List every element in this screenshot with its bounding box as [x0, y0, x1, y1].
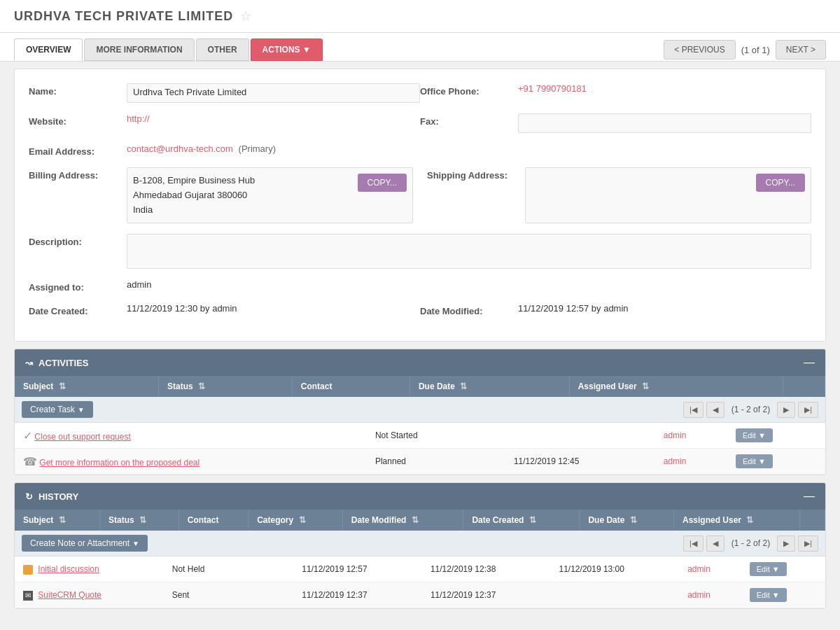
history-col-status[interactable]: Status ⇅	[100, 510, 179, 531]
copy-shipping-button[interactable]: COPY...	[756, 174, 805, 192]
nav-right: < PREVIOUS (1 of 1) NEXT >	[664, 40, 826, 59]
history-col-assigned[interactable]: Assigned User ⇅	[674, 510, 800, 531]
create-task-button[interactable]: Create Task ▼	[22, 401, 93, 418]
history-edit-chevron-icon: ▼	[772, 591, 780, 599]
description-row: Description:	[29, 234, 811, 269]
activity-due-date-cell	[505, 423, 655, 449]
history-category-cell	[267, 582, 294, 608]
history-table: Subject ⇅ Status ⇅ Contact Category ⇅ Da…	[15, 510, 825, 531]
website-link[interactable]: http://	[127, 113, 150, 124]
next-button[interactable]: NEXT >	[776, 40, 826, 59]
phone-col: Office Phone: +91 7990790181	[420, 83, 811, 103]
history-last-page-button[interactable]: ▶|	[798, 536, 818, 552]
activities-rows: ✓ Close out support request Not Started …	[15, 423, 825, 475]
activity-user-link[interactable]: admin	[664, 456, 687, 466]
activity-contact-cell	[475, 423, 505, 449]
email-link[interactable]: contact@urdhva-tech.com	[127, 144, 233, 154]
history-rows: Initial discussion Not Held 11/12/2019 1…	[15, 556, 825, 608]
history-due-date-sort-icon: ⇅	[630, 515, 637, 525]
history-edit-button[interactable]: Edit ▼	[750, 562, 787, 576]
email-row: Email Address: contact@urdhva-tech.com (…	[29, 144, 811, 157]
activity-edit-button[interactable]: Edit ▼	[736, 454, 773, 468]
activities-first-page-button[interactable]: |◀	[683, 402, 704, 418]
description-field[interactable]	[127, 234, 811, 269]
history-page-info: (1 - 2 of 2)	[727, 538, 774, 548]
history-col-date-created[interactable]: Date Created ⇅	[463, 510, 580, 531]
history-col-contact[interactable]: Contact	[178, 510, 248, 531]
activity-status-cell: Not Started	[367, 423, 475, 449]
history-row: ✉ SuiteCRM Quote Sent 11/12/2019 12:37 1…	[15, 582, 825, 608]
history-edit-button[interactable]: Edit ▼	[750, 588, 787, 602]
activities-table: Subject ⇅ Status ⇅ Contact Due Date ⇅ As…	[15, 376, 825, 397]
history-col-subject[interactable]: Subject ⇅	[15, 510, 100, 531]
activity-edit-button[interactable]: Edit ▼	[736, 428, 773, 442]
email-icon: ✉	[23, 591, 33, 601]
activity-contact-cell	[475, 449, 505, 475]
activities-col-assigned[interactable]: Assigned User ⇅	[569, 376, 783, 397]
call-icon: ☎	[23, 456, 37, 468]
history-status-cell: Not Held	[164, 556, 241, 582]
activities-last-page-button[interactable]: ▶|	[798, 402, 818, 418]
history-rows-table: Initial discussion Not Held 11/12/2019 1…	[15, 556, 825, 608]
tab-other[interactable]: OTHER	[196, 38, 249, 61]
history-col-category[interactable]: Category ⇅	[248, 510, 343, 531]
activities-pagination: |◀ ◀ (1 - 2 of 2) ▶ ▶|	[683, 402, 818, 418]
shipping-address-col: Shipping Address: COPY...	[427, 167, 811, 223]
activities-prev-page-button[interactable]: ◀	[706, 402, 724, 418]
history-contact-cell	[241, 582, 267, 608]
activity-user-link[interactable]: admin	[664, 430, 687, 440]
tab-more-info[interactable]: MORE INFORMATION	[84, 38, 194, 61]
tab-overview[interactable]: OVERVIEW	[14, 38, 83, 61]
activities-col-status[interactable]: Status ⇅	[159, 376, 293, 397]
assigned-label: Assigned to:	[29, 279, 127, 293]
pagination-info: (1 of 1)	[741, 45, 770, 55]
email-tag: (Primary)	[239, 144, 276, 154]
create-note-button[interactable]: Create Note or Attachment ▼	[22, 535, 148, 552]
due-date-sort-icon: ⇅	[460, 382, 467, 391]
history-date-modified-cell: 11/12/2019 12:37	[293, 582, 422, 608]
history-user-link[interactable]: admin	[687, 564, 710, 574]
fax-value	[518, 113, 811, 133]
date-created-label: Date Created:	[29, 303, 127, 316]
history-prev-page-button[interactable]: ◀	[706, 536, 724, 552]
note-icon	[23, 565, 33, 575]
copy-billing-button[interactable]: COPY...	[358, 174, 407, 192]
activity-due-date-cell: 11/12/2019 12:45	[505, 449, 655, 475]
activities-collapse-icon[interactable]: —	[804, 356, 815, 369]
activities-next-page-button[interactable]: ▶	[777, 402, 795, 418]
activities-col-subject[interactable]: Subject ⇅	[15, 376, 159, 397]
activities-icon: ↝	[25, 358, 33, 368]
office-phone-value: +91 7990790181	[518, 83, 811, 94]
website-row: Website: http:// Fax:	[29, 113, 811, 133]
fax-field[interactable]	[518, 113, 811, 133]
activity-subject-link[interactable]: Get more information on the proposed dea…	[39, 458, 200, 468]
history-user-link[interactable]: admin	[687, 590, 710, 600]
history-date-created-sort-icon: ⇅	[529, 515, 536, 525]
star-icon[interactable]: ☆	[240, 8, 251, 24]
billing-address-text: B-1208, Empire Business Hub Ahmedabad Gu…	[133, 174, 255, 217]
tab-actions[interactable]: ACTIONS ▼	[251, 38, 323, 61]
previous-button[interactable]: < PREVIOUS	[664, 40, 735, 59]
history-date-created-cell: 11/12/2019 12:37	[422, 582, 551, 608]
activities-col-contact[interactable]: Contact	[292, 376, 410, 397]
website-value: http://	[127, 113, 420, 124]
assigned-col: Assigned to: admin	[29, 279, 811, 293]
history-subject-link[interactable]: Initial discussion	[38, 564, 99, 574]
name-field[interactable]: Urdhva Tech Private Limited	[127, 83, 420, 103]
history-collapse-icon[interactable]: —	[804, 490, 815, 503]
activities-col-due-date[interactable]: Due Date ⇅	[410, 376, 569, 397]
activities-col-actions	[783, 376, 825, 397]
activity-subject-link[interactable]: Close out support request	[34, 432, 130, 442]
history-col-due-date[interactable]: Due Date ⇅	[580, 510, 674, 531]
history-col-date-modified[interactable]: Date Modified ⇅	[342, 510, 463, 531]
date-created-value: 11/12/2019 12:30 by admin	[127, 303, 420, 314]
history-date-created-cell: 11/12/2019 12:38	[422, 556, 551, 582]
history-due-date-cell: 11/12/2019 13:00	[551, 556, 680, 582]
description-value	[127, 234, 811, 269]
history-subject-link[interactable]: SuiteCRM Quote	[38, 590, 102, 600]
history-edit-cell: Edit ▼	[741, 556, 825, 582]
tabs-container: OVERVIEW MORE INFORMATION OTHER ACTIONS …	[14, 38, 323, 61]
history-next-page-button[interactable]: ▶	[777, 536, 795, 552]
date-modified-value: 11/12/2019 12:57 by admin	[518, 303, 811, 314]
history-first-page-button[interactable]: |◀	[683, 536, 704, 552]
